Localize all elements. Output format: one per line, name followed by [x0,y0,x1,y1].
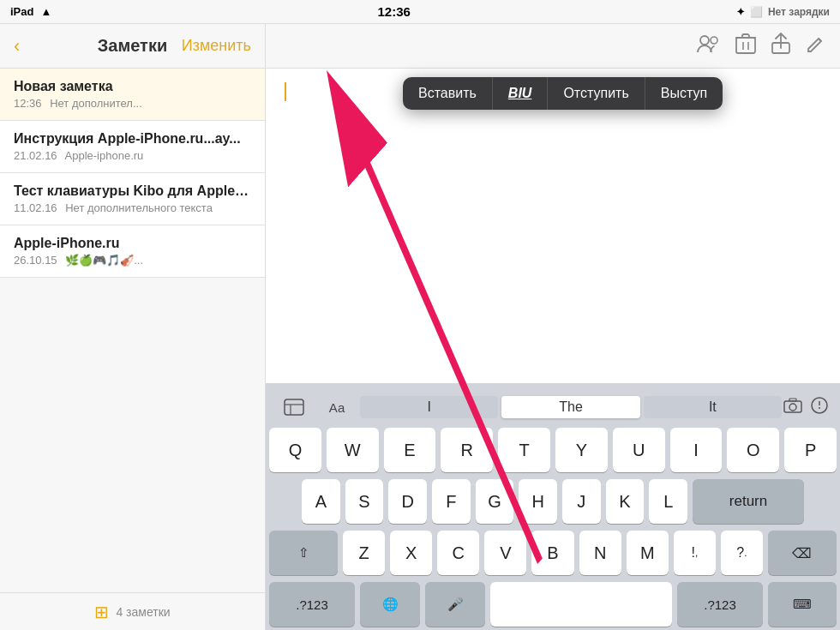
predictive-words: I The It [358,396,783,418]
share-icon[interactable] [771,33,790,60]
note-title: Тест клавиатуры Kibo для Apple-iP... [14,183,251,199]
note-meta: 12:36 Нет дополнител... [14,97,251,110]
predictive-bar: Аа I The It [269,388,837,426]
back-button[interactable]: ‹ [14,35,20,57]
wifi-icon: ▲ [40,5,51,18]
svg-rect-9 [285,399,303,415]
main-toolbar [266,24,840,69]
key-b[interactable]: B [531,531,573,575]
key-w[interactable]: W [327,428,379,472]
context-paste[interactable]: Вставить [403,77,493,110]
key-n[interactable]: N [579,531,621,575]
key-i[interactable]: I [670,428,723,472]
predictive-word-i[interactable]: I [360,396,498,418]
context-indent[interactable]: Отступить [548,77,645,110]
key-v[interactable]: V [484,531,526,575]
svg-rect-14 [789,399,796,401]
sidebar-footer: ⊞ 4 заметки [0,592,265,630]
key-m[interactable]: M [627,531,669,575]
context-biu[interactable]: BIU [493,77,549,110]
biu-label: BIU [508,86,532,100]
note-meta: 26.10.15 🌿🍏🎮🎵🎻... [14,254,251,267]
svg-point-13 [789,404,796,411]
keyboard-rows: Q W E R T Y U I O P A S D F G [269,428,837,627]
key-f[interactable]: F [432,479,471,524]
key-a[interactable]: A [302,479,340,524]
note-date: 12:36 [14,97,42,110]
key-u[interactable]: U [613,428,665,472]
note-date: 26.10.15 [14,254,57,267]
note-item[interactable]: Тест клавиатуры Kibo для Apple-iP... 11.… [0,173,265,225]
svg-rect-2 [736,38,755,53]
predictive-right-icons [783,397,833,418]
space-key[interactable] [490,582,672,627]
predictive-aa-icon[interactable]: Аа [315,400,358,415]
key-quest[interactable]: ?. [721,531,763,575]
cursor [285,82,286,101]
key-g[interactable]: G [476,479,514,524]
key-l[interactable]: L [649,479,687,524]
compose-icon[interactable]: ⊞ [94,602,109,622]
note-meta: 21.02.16 Apple-iphone.ru [14,149,251,162]
extra-icon[interactable] [811,397,828,418]
key-s[interactable]: S [345,479,384,524]
note-preview: Нет дополнительного текста [65,201,213,214]
status-bar: iPad ▲ 12:36 ✦ ⬜ Нет зарядки [0,0,840,24]
camera-icon[interactable] [783,398,802,417]
context-menu: Вставить BIU Отступить Выступ [403,77,723,110]
shift-key[interactable]: ⇧ [269,531,338,575]
key-row-3: ⇧ Z X C V B N M !, ?. ⌫ [269,531,837,575]
num123-key-left[interactable]: .?123 [269,582,355,627]
key-j[interactable]: J [562,479,601,524]
note-date: 11.02.16 [14,201,57,214]
predictive-word-the[interactable]: The [501,396,639,418]
ipad-label: iPad [10,5,33,18]
note-title: Новая заметка [14,79,251,94]
edit-button[interactable]: Изменить [182,37,251,55]
key-o[interactable]: O [727,428,779,472]
key-z[interactable]: Z [343,531,385,575]
trash-icon[interactable] [735,33,756,60]
svg-point-1 [711,37,717,44]
note-item[interactable]: Инструкция Apple-iPhone.ru...ay... 21.02… [0,121,265,173]
key-r[interactable]: R [441,428,493,472]
key-y[interactable]: Y [555,428,608,472]
keyboard-container: Аа I The It Q [266,383,840,630]
key-p[interactable]: P [784,428,837,472]
key-t[interactable]: T [498,428,550,472]
note-date: 21.02.16 [14,149,57,162]
status-right: ✦ ⬜ Нет зарядки [736,6,830,18]
key-q[interactable]: Q [269,428,321,472]
note-item[interactable]: Apple-iPhone.ru 26.10.15 🌿🍏🎮🎵🎻... [0,225,265,278]
note-preview: Apple-iphone.ru [65,149,144,162]
predictive-word-it[interactable]: It [644,396,782,418]
key-d[interactable]: D [388,479,427,524]
pencil-icon[interactable] [806,33,826,59]
people-icon[interactable] [696,33,720,59]
note-list: Новая заметка 12:36 Нет дополнител... Ин… [0,69,265,592]
sidebar-header: ‹ Заметки Изменить [0,24,265,69]
battery-icon: ⬜ [750,6,763,18]
note-item[interactable]: Новая заметка 12:36 Нет дополнител... [0,69,265,121]
key-excl[interactable]: !, [674,531,716,575]
svg-point-0 [700,36,709,45]
globe-key[interactable]: 🌐 [360,582,420,627]
key-row-2: A S D F G H J K L return [269,479,837,524]
key-e[interactable]: E [384,428,436,472]
delete-key[interactable]: ⌫ [768,531,837,575]
note-preview: Нет дополнител... [50,97,142,110]
return-key[interactable]: return [693,479,804,524]
key-c[interactable]: C [437,531,479,575]
key-x[interactable]: X [390,531,432,575]
editor-area[interactable] [266,69,840,383]
key-h[interactable]: H [519,479,557,524]
num123-key-right[interactable]: .?123 [677,582,763,627]
keyboard-hide-key[interactable]: ⌨ [768,582,837,627]
mic-key[interactable]: 🎤 [425,582,485,627]
context-outdent[interactable]: Выступ [645,77,723,110]
predictive-left-icon1[interactable] [273,399,315,416]
key-row-4: .?123 🌐 🎤 .?123 ⌨ [269,582,837,627]
key-k[interactable]: K [606,479,645,524]
battery-text: Нет зарядки [768,6,830,18]
note-meta: 11.02.16 Нет дополнительного текста [14,201,251,214]
